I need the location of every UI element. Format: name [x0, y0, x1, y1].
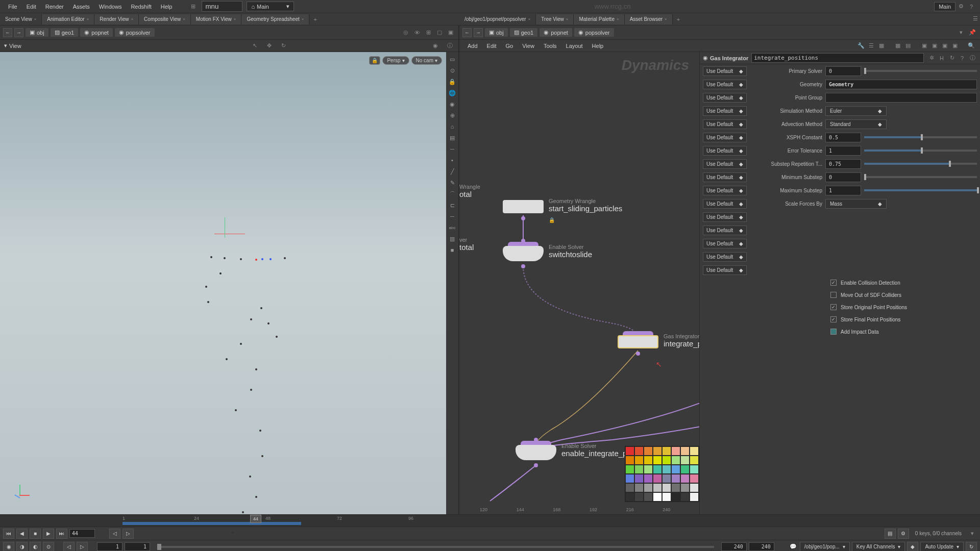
refresh-button[interactable]: ↻ [966, 542, 977, 552]
checkbox[interactable] [830, 304, 837, 310]
reload-icon[interactable]: ↻ [947, 54, 957, 63]
camera-badge[interactable]: No cam ▾ [411, 56, 442, 65]
param-slider[interactable] [864, 163, 977, 165]
key-mode-dropdown[interactable]: Key All Channels▾ [852, 542, 905, 551]
color-swatch[interactable] [625, 492, 634, 502]
view-select[interactable]: ▾ View [4, 42, 21, 49]
color-swatch[interactable] [662, 456, 671, 465]
help-icon[interactable]: ? [958, 54, 967, 63]
color-swatch[interactable] [634, 446, 644, 456]
color-swatch[interactable] [671, 492, 680, 502]
pane-menu-icon[interactable]: ☰ [971, 14, 980, 23]
tool-panel-icon[interactable]: ▥ [447, 234, 457, 244]
tool-dot-icon[interactable]: • [447, 155, 457, 165]
bb-btn4[interactable]: ⊙ [43, 542, 54, 552]
color-swatch[interactable] [662, 446, 671, 456]
param-text-input[interactable] [825, 93, 977, 103]
stop-button[interactable]: ■ [30, 529, 41, 539]
range-start-input[interactable] [97, 542, 122, 551]
color-swatch[interactable] [671, 474, 680, 483]
bc-obj[interactable]: ▣obj [26, 28, 48, 37]
tab-geometry-spreadsheet[interactable]: Geometry Spreadsheet× [241, 14, 309, 24]
tool-target-icon[interactable]: ⊕ [447, 110, 457, 120]
camera-icon[interactable]: ▣ [446, 28, 455, 37]
range-end-input[interactable] [721, 542, 747, 551]
close-icon[interactable]: × [665, 17, 667, 21]
menu-redshift[interactable]: Redshift [127, 2, 155, 12]
param-slider[interactable] [864, 189, 977, 191]
use-default-dropdown[interactable]: Use Default◆ [703, 239, 747, 248]
tool-fill-icon[interactable]: ■ [447, 245, 457, 255]
chat-icon[interactable]: 💬 [789, 542, 798, 552]
tab-node-path[interactable]: /obj/geo1/popnet/popsolver× [459, 14, 536, 24]
forward-button[interactable]: → [14, 28, 23, 37]
node-menu-go[interactable]: Go [502, 41, 518, 51]
help-icon[interactable]: ? [967, 2, 976, 11]
color-swatch[interactable] [625, 456, 634, 465]
back-button[interactable]: ← [462, 28, 472, 37]
menu-assets[interactable]: Assets [69, 2, 94, 12]
node-canvas[interactable]: Dynamics Wrangle otal ver t [459, 52, 699, 514]
bb-prev[interactable]: ◁ [63, 542, 75, 552]
node-type-chip[interactable]: ◉Gas Integrator [703, 55, 748, 61]
param-value-input[interactable] [825, 146, 861, 156]
use-default-dropdown[interactable]: Use Default◆ [703, 66, 747, 76]
render-icon[interactable]: ◉ [431, 41, 440, 51]
close-icon[interactable]: × [34, 17, 37, 21]
tool-pen-icon[interactable]: ✎ [447, 178, 457, 188]
tool-lock-icon[interactable]: 🔒 [447, 77, 457, 87]
info-icon[interactable]: ⓘ [968, 54, 977, 63]
tool-person-icon[interactable]: ◉ [447, 99, 457, 109]
timeline-marker[interactable]: 44 [250, 515, 261, 523]
bc-obj[interactable]: ▣obj [485, 28, 508, 37]
close-icon[interactable]: × [183, 17, 185, 21]
param-value-input[interactable] [825, 66, 861, 76]
use-default-dropdown[interactable]: Use Default◆ [703, 80, 747, 89]
param-checkbox-row[interactable]: Add Impact Data [700, 325, 980, 338]
checkbox[interactable] [830, 292, 837, 298]
node-menu-help[interactable]: Help [588, 41, 608, 51]
param-text-input[interactable] [825, 80, 977, 89]
node-integrate-positions[interactable]: Gas Integratorintegrate_positions [618, 335, 658, 348]
tool-line-icon[interactable]: ╱ [447, 166, 457, 177]
color-swatch[interactable] [690, 465, 699, 474]
color-swatch[interactable] [634, 483, 644, 492]
color-swatch[interactable] [680, 483, 690, 492]
tab-animation-editor[interactable]: Animation Editor× [42, 14, 94, 24]
bc-popsolver[interactable]: ◉popsolver [115, 28, 155, 37]
node-name-input[interactable] [751, 53, 924, 63]
node-menu-tools[interactable]: Tools [540, 41, 561, 51]
use-default-dropdown[interactable]: Use Default◆ [703, 226, 747, 235]
opt1-icon[interactable]: ▣ [920, 41, 929, 51]
use-default-dropdown[interactable]: Use Default◆ [703, 186, 747, 195]
color-swatch[interactable] [690, 446, 699, 456]
step-fwd-button[interactable]: ▷ [122, 529, 134, 539]
range-start2-input[interactable] [125, 542, 150, 551]
color-swatch[interactable] [680, 446, 690, 456]
viewport-3d[interactable]: 🔒 Persp ▾ No cam ▾ [0, 52, 446, 514]
param-slider[interactable] [864, 70, 977, 72]
key-add-button[interactable]: ◆ [907, 542, 918, 552]
color-swatch[interactable] [680, 465, 690, 474]
color-swatch[interactable] [644, 483, 653, 492]
tool-measure-icon[interactable]: ⊏ [447, 200, 457, 210]
gear-icon[interactable]: ✲ [927, 54, 936, 63]
use-default-dropdown[interactable]: Use Default◆ [703, 146, 747, 156]
step-back-button[interactable]: ◁ [109, 529, 120, 539]
color-swatch[interactable] [625, 474, 634, 483]
param-value-input[interactable] [825, 172, 861, 182]
first-frame-button[interactable]: ⏮ [3, 529, 14, 539]
color-palette[interactable] [625, 446, 699, 502]
color-swatch[interactable] [644, 474, 653, 483]
play-button[interactable]: ▶ [43, 529, 54, 539]
bb-btn2[interactable]: ◑ [16, 542, 28, 552]
color-swatch[interactable] [644, 492, 653, 502]
bb-btn3[interactable]: ◐ [30, 542, 41, 552]
grid-icon[interactable]: ▦ [877, 41, 886, 51]
current-frame-input[interactable] [69, 529, 95, 538]
menu-search-input[interactable] [202, 1, 242, 12]
persp-badge[interactable]: Persp ▾ [382, 56, 409, 65]
keys-menu-icon[interactable]: ▾ [968, 529, 977, 538]
node-enable-integrate[interactable]: Enable Solverenable_integrate_positions [516, 445, 556, 460]
back-button[interactable]: ← [3, 28, 12, 37]
